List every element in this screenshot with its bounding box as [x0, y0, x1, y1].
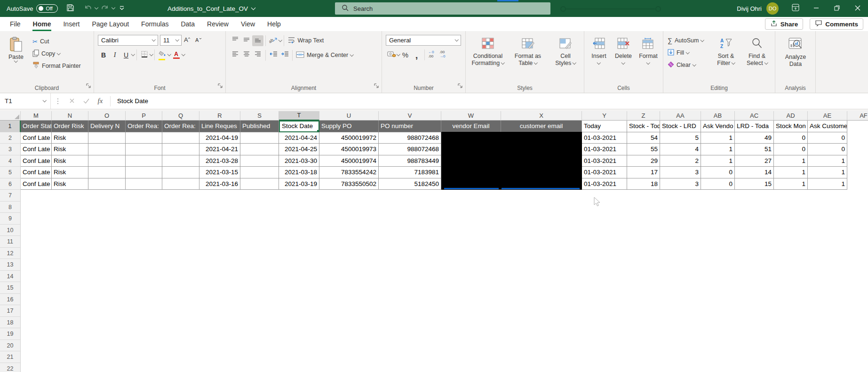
cell-O2[interactable] [88, 132, 126, 144]
format-cells-button[interactable]: Format [636, 35, 661, 64]
cell-AC11[interactable] [735, 236, 774, 248]
cell-Z1[interactable]: Stock - Tod [627, 121, 660, 132]
cell-O6[interactable] [88, 178, 126, 190]
cell-U14[interactable] [319, 271, 379, 283]
cell-S15[interactable] [240, 282, 279, 294]
cell-W8[interactable] [441, 202, 501, 213]
cell-AC20[interactable] [735, 340, 774, 352]
cell-Y12[interactable] [582, 248, 627, 259]
column-header-P[interactable]: P [126, 111, 162, 121]
sort-filter-button[interactable]: AZ Sort & Filter [711, 35, 741, 67]
cell-M1[interactable]: Order Stat [21, 121, 52, 132]
cell-V19[interactable] [379, 328, 441, 340]
cell-AA14[interactable] [660, 271, 701, 283]
cell-V21[interactable] [379, 351, 441, 363]
search-box[interactable] [335, 2, 550, 15]
cell-X17[interactable] [501, 305, 582, 317]
decrease-decimal-button[interactable]: .00→0 [438, 49, 449, 60]
cell-AC18[interactable] [735, 317, 774, 329]
cell-V4[interactable]: 988783449 [379, 155, 441, 167]
column-header-AC[interactable]: AC [735, 111, 774, 121]
cell-V15[interactable] [379, 282, 441, 294]
fill-handle[interactable] [317, 129, 319, 132]
cell-U3[interactable]: 4500019973 [319, 144, 379, 155]
cell-AE17[interactable] [808, 305, 847, 317]
cell-Q11[interactable] [162, 236, 199, 248]
align-left-button[interactable] [230, 50, 241, 61]
cell-O3[interactable] [88, 144, 126, 155]
cell-O18[interactable] [88, 317, 126, 329]
comma-style-button[interactable]: , [411, 49, 422, 60]
cell-AE3[interactable]: 0 [808, 144, 847, 155]
cell-O14[interactable] [88, 271, 126, 283]
row-header-10[interactable]: 10 [0, 225, 21, 236]
tab-file[interactable]: File [4, 17, 27, 31]
cell-P10[interactable] [126, 225, 162, 236]
cell-S1[interactable]: Published [240, 121, 279, 132]
align-middle-button[interactable] [241, 35, 252, 46]
cell-AB18[interactable] [701, 317, 735, 329]
cell-T9[interactable] [279, 213, 319, 225]
cell-styles-button[interactable]: Cell Styles [549, 35, 582, 67]
cell-M20[interactable] [21, 340, 52, 352]
row-header-1[interactable]: 1 [0, 121, 21, 132]
cell-AD19[interactable] [774, 328, 808, 340]
cell-AD6[interactable]: 1 [774, 178, 808, 190]
cell-V11[interactable] [379, 236, 441, 248]
font-dialog-launcher[interactable] [218, 82, 223, 90]
tab-review[interactable]: Review [201, 17, 235, 31]
insert-function-button[interactable]: fx [93, 93, 107, 109]
orientation-dropdown-icon[interactable] [279, 38, 282, 42]
restore-button[interactable] [827, 0, 847, 17]
cell-AB20[interactable] [701, 340, 735, 352]
cell-O15[interactable] [88, 282, 126, 294]
cell-O17[interactable] [88, 305, 126, 317]
cell-AA19[interactable] [660, 328, 701, 340]
share-button[interactable]: Share [765, 18, 804, 30]
cell-T16[interactable] [279, 294, 319, 306]
cell-M10[interactable] [21, 225, 52, 236]
cell-O13[interactable] [88, 259, 126, 271]
cell-U1[interactable]: Supply PO [319, 121, 379, 132]
cell-R16[interactable] [199, 294, 240, 306]
cell-Q18[interactable] [162, 317, 199, 329]
cell-O4[interactable] [88, 155, 126, 167]
cell-Q7[interactable] [162, 190, 199, 202]
cell-Z17[interactable] [627, 305, 660, 317]
cell-Q3[interactable] [162, 144, 199, 155]
cell-AB13[interactable] [701, 259, 735, 271]
row-header-16[interactable]: 16 [0, 294, 21, 306]
cell-Y2[interactable]: 01-03-2021 [582, 132, 627, 144]
cell-S22[interactable] [240, 363, 279, 372]
cell-S20[interactable] [240, 340, 279, 352]
font-size-select[interactable]: 11 [160, 35, 182, 46]
percent-style-button[interactable]: % [400, 49, 411, 60]
cell-V9[interactable] [379, 213, 441, 225]
cell-AF3[interactable] [847, 144, 868, 155]
cell-M3[interactable]: Conf Late [21, 144, 52, 155]
row-header-14[interactable]: 14 [0, 271, 21, 283]
row-header-20[interactable]: 20 [0, 340, 21, 352]
cell-Y16[interactable] [582, 294, 627, 306]
format-as-table-button[interactable]: Format as Table [509, 35, 547, 67]
cell-W1[interactable]: vendor Email [441, 121, 501, 132]
cell-AC17[interactable] [735, 305, 774, 317]
cell-AD9[interactable] [774, 213, 808, 225]
column-header-AA[interactable]: AA [660, 111, 701, 121]
cell-T12[interactable] [279, 248, 319, 259]
cell-Y8[interactable] [582, 202, 627, 213]
search-input[interactable] [353, 5, 523, 12]
cell-R20[interactable] [199, 340, 240, 352]
cell-Q4[interactable] [162, 155, 199, 167]
increase-font-size-button[interactable]: A [182, 35, 193, 46]
decrease-indent-button[interactable] [268, 50, 279, 61]
cell-AA8[interactable] [660, 202, 701, 213]
cell-V16[interactable] [379, 294, 441, 306]
cell-AC21[interactable] [735, 351, 774, 363]
cell-R9[interactable] [199, 213, 240, 225]
cell-Q6[interactable] [162, 178, 199, 190]
cell-Z2[interactable]: 54 [627, 132, 660, 144]
redo-button[interactable] [99, 2, 111, 15]
cell-T11[interactable] [279, 236, 319, 248]
find-select-button[interactable]: Find & Select [742, 35, 772, 67]
